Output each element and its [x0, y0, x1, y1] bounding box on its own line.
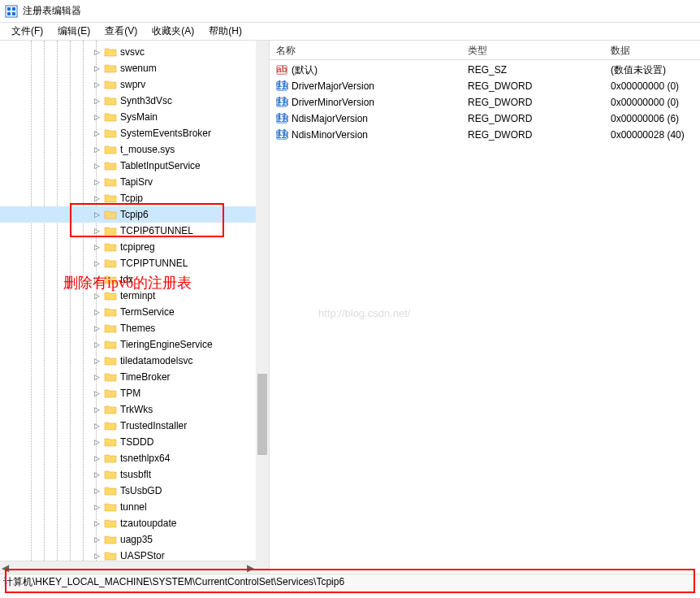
tree-item[interactable]: ▷Themes [0, 320, 269, 336]
tree-item[interactable]: ▷swprv [0, 76, 269, 93]
tree-item[interactable]: ▷TermService [0, 304, 269, 320]
expand-icon[interactable]: ▷ [91, 79, 102, 90]
expand-icon[interactable]: ▷ [91, 371, 102, 383]
folder-icon [104, 371, 117, 383]
menu-edit[interactable]: 编辑(E) [51, 23, 97, 40]
expand-icon[interactable]: ▷ [91, 209, 102, 220]
tree-item[interactable]: ▷TSDDD [0, 434, 269, 450]
tree-item[interactable]: ▷TrustedInstaller [0, 418, 269, 434]
tree-item[interactable]: ▷tdx [0, 271, 269, 288]
folder-icon [104, 534, 117, 545]
folder-icon [104, 274, 117, 285]
tree-label: TrkWks [120, 404, 153, 415]
list-row[interactable]: (默认)REG_SZ(数值未设置) [270, 62, 700, 78]
value-name: NdisMajorVersion [292, 113, 368, 124]
folder-icon [104, 485, 117, 496]
expand-icon[interactable]: ▷ [91, 160, 102, 171]
tree-item[interactable]: ▷tzautoupdate [0, 515, 269, 531]
tree-item[interactable]: ▷TrkWks [0, 401, 269, 418]
expand-icon[interactable]: ▷ [91, 436, 102, 448]
scroll-right-icon[interactable]: ▶ [247, 562, 254, 574]
list-body[interactable]: (默认)REG_SZ(数值未设置)DriverMajorVersionREG_D… [270, 60, 700, 143]
expand-icon[interactable]: ▷ [91, 388, 102, 399]
tree-item[interactable]: ▷terminpt [0, 288, 269, 304]
header-type[interactable]: 类型 [461, 41, 604, 59]
expand-icon[interactable]: ▷ [91, 501, 102, 513]
expand-icon[interactable]: ▷ [91, 111, 102, 123]
tree-item[interactable]: ▷tunnel [0, 499, 269, 515]
expand-icon[interactable]: ▷ [91, 290, 102, 301]
folder-icon [104, 63, 117, 74]
expand-icon[interactable]: ▷ [91, 46, 102, 58]
expand-icon[interactable]: ▷ [91, 225, 102, 236]
expand-icon[interactable]: ▷ [91, 355, 102, 366]
expand-icon[interactable]: ▷ [91, 306, 102, 318]
tree-item[interactable]: ▷t_mouse.sys [0, 141, 269, 158]
window-title: 注册表编辑器 [23, 4, 81, 18]
tree-list[interactable]: ▷svsvc▷swenum▷swprv▷Synth3dVsc▷SysMain▷S… [0, 41, 269, 564]
list-row[interactable]: DriverMinorVersionREG_DWORD0x00000000 (0… [270, 94, 700, 110]
expand-icon[interactable]: ▷ [91, 274, 102, 285]
menu-view[interactable]: 查看(V) [98, 23, 144, 40]
tree-item[interactable]: ▷SysMain [0, 109, 269, 125]
expand-icon[interactable]: ▷ [91, 518, 102, 529]
tree-item[interactable]: ▷Synth3dVsc [0, 93, 269, 109]
expand-icon[interactable]: ▷ [91, 193, 102, 204]
expand-icon[interactable]: ▷ [91, 95, 102, 106]
tree-label: TapiSrv [120, 176, 153, 188]
statusbar-path: 计算机\HKEY_LOCAL_MACHINE\SYSTEM\CurrentCon… [3, 575, 344, 589]
menu-file[interactable]: 文件(F) [5, 23, 50, 40]
list-row[interactable]: NdisMinorVersionREG_DWORD0x00000028 (40) [270, 127, 700, 143]
expand-icon[interactable]: ▷ [91, 144, 102, 155]
tree-hscroll[interactable]: ◀ ▶ [0, 561, 256, 574]
tree-item[interactable]: ▷Tcpip6 [0, 206, 269, 223]
tree-item[interactable]: ▷TCPIPTUNNEL [0, 255, 269, 271]
tree-item[interactable]: ▷TimeBroker [0, 369, 269, 385]
value-data: (数值未设置) [611, 63, 666, 77]
header-name[interactable]: 名称 [270, 41, 461, 59]
tree-item[interactable]: ▷uagp35 [0, 531, 269, 548]
header-data[interactable]: 数据 [604, 41, 700, 59]
tree-item[interactable]: ▷TieringEngineService [0, 336, 269, 353]
tree-item[interactable]: ▷tsnethlpx64 [0, 450, 269, 466]
expand-icon[interactable]: ▷ [91, 323, 102, 334]
tree-item[interactable]: ▷tsusbflt [0, 466, 269, 483]
tree-item[interactable]: ▷tiledatamodelsvc [0, 353, 269, 369]
menu-help[interactable]: 帮助(H) [202, 23, 248, 40]
tree-label: TermService [120, 306, 175, 318]
tree-item[interactable]: ▷TabletInputService [0, 158, 269, 174]
expand-icon[interactable]: ▷ [91, 339, 102, 350]
tree-item[interactable]: ▷svsvc [0, 44, 269, 60]
expand-icon[interactable]: ▷ [91, 420, 102, 431]
expand-icon[interactable]: ▷ [91, 453, 102, 464]
scroll-left-icon[interactable]: ◀ [2, 562, 9, 574]
expand-icon[interactable]: ▷ [91, 128, 102, 139]
folder-icon [104, 79, 117, 90]
tree-item[interactable]: ▷swenum [0, 60, 269, 76]
value-type: REG_SZ [468, 64, 507, 76]
expand-icon[interactable]: ▷ [91, 63, 102, 74]
tree-scrollbar[interactable] [256, 41, 269, 574]
expand-icon[interactable]: ▷ [91, 469, 102, 480]
expand-icon[interactable]: ▷ [91, 485, 102, 496]
tree-label: TrustedInstaller [120, 420, 187, 431]
expand-icon[interactable]: ▷ [91, 550, 102, 561]
folder-icon [104, 388, 117, 399]
tree-item[interactable]: ▷Tcpip [0, 190, 269, 206]
expand-icon[interactable]: ▷ [91, 258, 102, 269]
list-row[interactable]: DriverMajorVersionREG_DWORD0x00000000 (0… [270, 78, 700, 94]
list-row[interactable]: NdisMajorVersionREG_DWORD0x00000006 (6) [270, 110, 700, 127]
tree-item[interactable]: ▷TapiSrv [0, 174, 269, 190]
expand-icon[interactable]: ▷ [91, 241, 102, 253]
tree-item[interactable]: ▷TCPIP6TUNNEL [0, 223, 269, 239]
tree-item[interactable]: ▷tcpipreg [0, 239, 269, 255]
scrollbar-thumb[interactable] [257, 374, 267, 455]
menu-favorites[interactable]: 收藏夹(A) [145, 23, 201, 40]
tree-item[interactable]: ▷TsUsbGD [0, 483, 269, 499]
expand-icon[interactable]: ▷ [91, 404, 102, 415]
expand-icon[interactable]: ▷ [91, 534, 102, 545]
tree-item[interactable]: ▷SystemEventsBroker [0, 125, 269, 141]
folder-icon [104, 550, 117, 561]
tree-item[interactable]: ▷TPM [0, 385, 269, 401]
expand-icon[interactable]: ▷ [91, 176, 102, 188]
